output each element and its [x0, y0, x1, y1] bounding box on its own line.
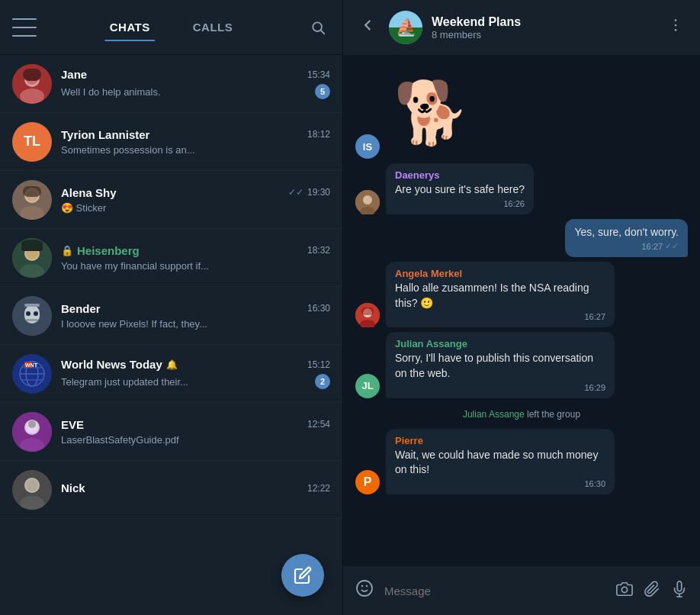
chat-time-alena: ✓✓ 19:30 — [288, 187, 330, 198]
meta-angela: 16:27 — [395, 312, 605, 321]
svg-point-42 — [675, 24, 677, 27]
svg-point-51 — [357, 581, 372, 596]
message-pierre: P Pierre Wait, we could have made so muc… — [355, 429, 688, 494]
svg-rect-22 — [26, 319, 38, 321]
avatar-nick-icon — [12, 470, 52, 510]
svg-rect-6 — [23, 69, 41, 81]
menu-button[interactable] — [12, 18, 37, 37]
chat-time-tyrion: 18:12 — [307, 129, 330, 140]
chat-name-eve: EVE — [61, 418, 84, 431]
text-daenerys: Are you sure it's safe here? — [395, 182, 525, 198]
badge-wnt: 2 — [315, 374, 330, 389]
chat-name-nick: Nick — [61, 481, 85, 494]
tab-calls[interactable]: CALLS — [172, 14, 255, 40]
svg-rect-23 — [24, 304, 40, 307]
svg-point-45 — [363, 195, 372, 204]
emoji-button[interactable] — [355, 579, 374, 602]
message-outgoing: Yes, sure, don't worry. 16:27 ✓✓ — [355, 219, 688, 258]
chat-item-jane[interactable]: Jane 15:34 Well I do help animals. 5 — [0, 55, 342, 113]
group-members: 8 members — [432, 29, 654, 40]
chat-name-tyrion: Tyrion Lannister — [61, 128, 149, 141]
chat-item-nick[interactable]: Nick 12:22 — [0, 461, 342, 519]
avatar-alena-icon — [12, 180, 52, 220]
chat-info-nick: Nick 12:22 — [61, 481, 330, 497]
chat-info-eve: EVE 12:54 LaserBlastSafetyGuide.pdf — [61, 418, 330, 446]
search-button[interactable] — [306, 15, 330, 40]
chat-input-bar — [343, 566, 700, 615]
chat-item-eve[interactable]: EVE 12:54 LaserBlastSafetyGuide.pdf — [0, 403, 342, 461]
message-input[interactable] — [384, 584, 605, 597]
avatar-jane — [12, 64, 52, 104]
chat-preview-jane: Well I do help animals. — [61, 86, 315, 98]
avatar-julian: JL — [355, 374, 380, 398]
mic-button[interactable] — [671, 581, 688, 601]
chat-item-wnt[interactable]: WNT World News Today 🔔 15:12 Telegram ju… — [0, 345, 342, 403]
chat-item-alena[interactable]: Alena Shy ✓✓ 19:30 😍 Sticker — [0, 171, 342, 229]
chat-preview-eve: LaserBlastSafetyGuide.pdf — [61, 434, 330, 446]
chat-item-tyrion[interactable]: TL Tyrion Lannister 18:12 Sometimes poss… — [0, 113, 342, 171]
message-sticker: IS 🐕 — [355, 67, 688, 159]
chat-item-heisenberg[interactable]: 🔒 Heisenberg 18:32 You have my financial… — [0, 229, 342, 287]
mute-icon-wnt: 🔔 — [166, 359, 178, 370]
lock-icon-heisenberg: 🔒 — [61, 245, 73, 256]
avatar-pierre: P — [355, 470, 380, 494]
chat-info-jane: Jane 15:34 Well I do help animals. 5 — [61, 68, 330, 99]
tabs-container: CHATS CALLS — [37, 14, 306, 40]
chat-preview-heisenberg: You have my financial support if... — [61, 260, 330, 272]
svg-text:WNT: WNT — [25, 362, 38, 368]
svg-line-1 — [321, 30, 325, 34]
chat-name-bender: Bender — [61, 302, 101, 315]
bubble-daenerys: Daenerys Are you sure it's safe here? 16… — [386, 163, 534, 214]
chat-info-tyrion: Tyrion Lannister 18:12 Sometimes possess… — [61, 128, 330, 156]
tab-chats[interactable]: CHATS — [88, 14, 172, 40]
chat-info-alena: Alena Shy ✓✓ 19:30 😍 Sticker — [61, 186, 330, 214]
svg-point-43 — [675, 29, 677, 31]
bubble-pierre: Pierre Wait, we could have made so much … — [386, 429, 615, 494]
avatar-bender — [12, 296, 52, 336]
svg-point-36 — [28, 420, 36, 428]
avatar-angela — [355, 303, 380, 327]
chat-name-alena: Alena Shy — [61, 186, 117, 199]
double-check-alena: ✓✓ — [288, 187, 303, 198]
left-header: CHATS CALLS — [0, 0, 342, 55]
chat-info-wnt: World News Today 🔔 15:12 Telegram just u… — [61, 358, 330, 389]
left-panel: CHATS CALLS Jane — [0, 0, 343, 615]
svg-point-17 — [21, 240, 43, 247]
messages-area: IS 🐕 Daenerys Are you sure it's safe her… — [343, 55, 700, 566]
more-options-button[interactable] — [663, 17, 688, 38]
attach-button[interactable] — [644, 581, 660, 601]
chat-time-heisenberg: 18:32 — [307, 245, 330, 256]
group-avatar: ⛵ — [389, 11, 422, 44]
chat-list: Jane 15:34 Well I do help animals. 5 TL … — [0, 55, 342, 615]
text-julian: Sorry, I'll have to publish this convers… — [395, 351, 605, 381]
bubble-angela: Angela Merkel Hallo alle zusammen! Is th… — [386, 262, 615, 327]
back-button[interactable] — [355, 17, 380, 38]
group-name: Weekend Plans — [432, 15, 654, 29]
camera-button[interactable] — [616, 581, 633, 601]
avatar-jane-icon — [12, 64, 52, 104]
group-avatar-bg: ⛵ — [389, 11, 422, 44]
sender-pierre: Pierre — [395, 435, 605, 446]
chat-time-eve: 12:54 — [307, 419, 330, 430]
message-angela: Angela Merkel Hallo alle zusammen! Is th… — [355, 262, 688, 327]
chat-header: ⛵ Weekend Plans 8 members — [343, 0, 700, 55]
meta-daenerys: 16:26 — [395, 199, 525, 208]
avatar-is: IS — [355, 134, 380, 159]
meta-julian: 16:29 — [395, 383, 605, 392]
sender-julian: Julian Assange — [395, 338, 605, 349]
chat-info-heisenberg: 🔒 Heisenberg 18:32 You have my financial… — [61, 244, 330, 272]
chat-preview-wnt: Telegram just updated their... — [61, 376, 315, 388]
avatar-eve — [12, 412, 52, 452]
avatar-tyrion: TL — [12, 122, 52, 162]
message-daenerys: Daenerys Are you sure it's safe here? 16… — [355, 163, 688, 214]
chat-item-bender[interactable]: Bender 16:30 I looove new Pixels! If fac… — [0, 287, 342, 345]
right-panel: ⛵ Weekend Plans 8 members IS 🐕 — [343, 0, 700, 615]
chat-preview-bender: I looove new Pixels! If fact, they... — [61, 318, 330, 330]
meta-outgoing: 16:27 ✓✓ — [574, 241, 679, 251]
text-angela: Hallo alle zusammen! Is the NSA reading … — [395, 281, 605, 311]
text-pierre: Wait, we could have made so much money o… — [395, 448, 605, 478]
svg-rect-11 — [23, 186, 41, 197]
compose-fab[interactable] — [281, 554, 324, 597]
svg-point-41 — [675, 19, 677, 21]
sticker-image: 🐕 — [386, 67, 477, 159]
